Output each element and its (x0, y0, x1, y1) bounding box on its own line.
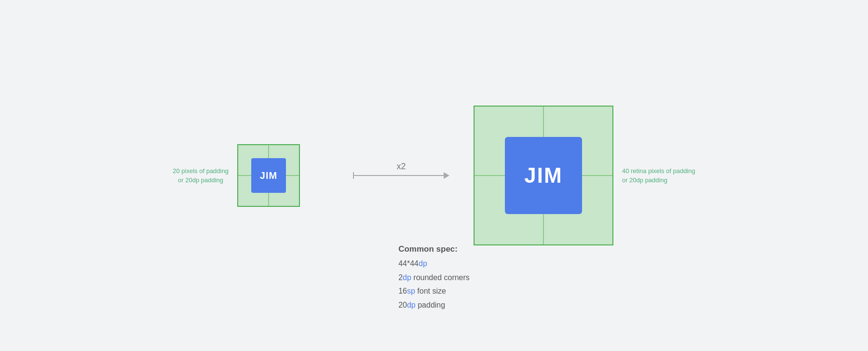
large-avatar: JIM (505, 137, 582, 214)
spec-line-2: 2dp rounded corners (398, 271, 470, 285)
spec-title: Common spec: (398, 244, 470, 254)
spec-line-3: 16sp font size (398, 284, 470, 298)
large-padding-box: JIM (474, 106, 613, 245)
arrow-line: x2 (353, 172, 449, 179)
main-container: 20 pixels of padding or 20dp padding JIM… (0, 0, 868, 351)
spec-line-4: 20dp padding (398, 298, 470, 312)
spec-section: Common spec: 44*44dp 2dp rounded corners… (398, 244, 470, 312)
left-label: 20 pixels of padding or 20dp padding (173, 166, 229, 185)
arrow-middle-line (354, 175, 444, 176)
right-label: 40 retina pixels of padding or 20dp padd… (622, 166, 695, 185)
arrowhead (444, 172, 449, 179)
small-avatar: JIM (251, 158, 286, 193)
small-padding-box: JIM (237, 144, 300, 207)
arrow-section: x2 (353, 172, 449, 179)
small-section: 20 pixels of padding or 20dp padding JIM (173, 144, 300, 207)
small-avatar-wrapper: JIM (237, 144, 300, 207)
large-section: JIM 40 retina pixels of padding or 20dp … (474, 106, 695, 245)
spec-line-1: 44*44dp (398, 257, 470, 271)
x2-label: x2 (396, 162, 406, 172)
